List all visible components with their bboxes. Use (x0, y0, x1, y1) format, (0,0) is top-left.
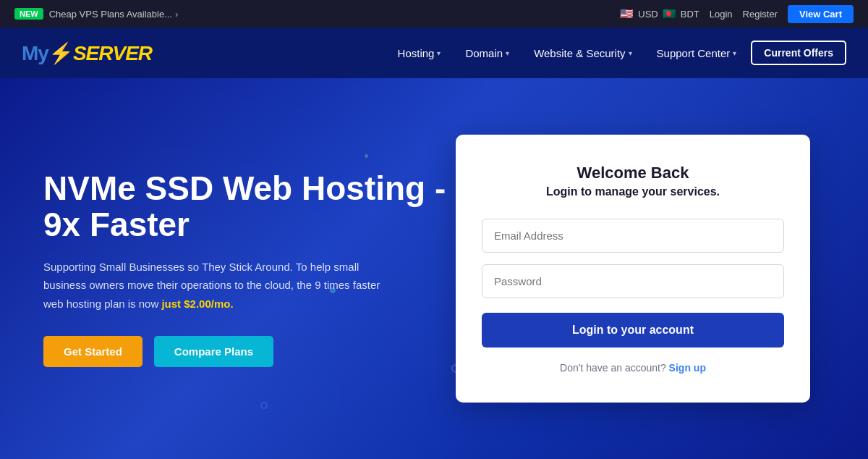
top-bar: NEW Cheap VPS Plans Available... › 🇺🇸 US… (0, 0, 868, 28)
view-cart-button[interactable]: View Cart (788, 5, 854, 23)
signup-link[interactable]: Sign up (669, 362, 706, 374)
chevron-down-icon: ▾ (506, 49, 509, 57)
compare-plans-button[interactable]: Compare Plans (154, 336, 273, 367)
hero-title: NVMe SSD Web Hosting - 9x Faster (43, 170, 448, 243)
nav-item-hosting[interactable]: Hosting ▾ (388, 41, 451, 65)
current-offers-button[interactable]: Current Offers (751, 41, 846, 65)
login-welcome-title: Welcome Back (482, 164, 784, 182)
chevron-down-icon: ▾ (437, 49, 441, 57)
email-field-group (482, 219, 784, 253)
hero-section: NVMe SSD Web Hosting - 9x Faster Support… (0, 78, 868, 459)
signup-prompt: Don't have an account? Sign up (482, 362, 784, 374)
lightning-icon: ⚡ (48, 42, 73, 64)
nav-links: Hosting ▾ Domain ▾ Website & Security ▾ … (388, 41, 846, 65)
decorative-dot-5 (365, 154, 368, 158)
hero-right-content: Welcome Back Login to manage your servic… (448, 135, 810, 403)
hero-left-content: NVMe SSD Web Hosting - 9x Faster Support… (43, 170, 448, 368)
chevron-down-icon: ▾ (733, 49, 736, 57)
logo-server: SERVER (73, 42, 152, 64)
new-badge: NEW (14, 8, 43, 20)
decorative-dot-4 (260, 402, 268, 409)
top-bar-left: NEW Cheap VPS Plans Available... › (14, 8, 178, 20)
promo-text[interactable]: Cheap VPS Plans Available... › (49, 9, 179, 20)
logo-y: y (38, 42, 48, 64)
flag-usd: 🇺🇸 (620, 7, 634, 20)
navbar: My⚡SERVER Hosting ▾ Domain ▾ Website & S… (0, 28, 868, 78)
logo[interactable]: My⚡SERVER (22, 41, 152, 65)
login-link[interactable]: Login (710, 9, 733, 20)
flag-bdt: 🇧🇩 (663, 7, 676, 20)
nav-item-domain[interactable]: Domain ▾ (455, 41, 519, 65)
password-input[interactable] (482, 264, 784, 298)
hero-buttons: Get Started Compare Plans (43, 336, 448, 367)
currency-bdt-label: BDT (681, 9, 699, 20)
logo-my: M (22, 42, 38, 64)
login-button[interactable]: Login to your account (482, 313, 784, 348)
hero-description: Supporting Small Businesses so They Stic… (43, 258, 391, 313)
get-started-button[interactable]: Get Started (43, 336, 142, 367)
currency-usd-label: USD (638, 9, 658, 20)
top-bar-right: 🇺🇸 USD 🇧🇩 BDT Login Register View Cart (620, 5, 854, 23)
register-link[interactable]: Register (743, 9, 778, 20)
hero-price-highlight: just $2.00/mo. (161, 298, 233, 310)
email-input[interactable] (482, 219, 784, 253)
nav-item-support[interactable]: Support Center ▾ (647, 41, 747, 65)
password-field-group (482, 264, 784, 298)
login-subtitle: Login to manage your services. (482, 185, 784, 198)
currency-selector[interactable]: 🇺🇸 USD 🇧🇩 BDT (620, 7, 699, 20)
chevron-down-icon: ▾ (629, 49, 632, 57)
nav-item-website-security[interactable]: Website & Security ▾ (524, 41, 642, 65)
login-card: Welcome Back Login to manage your servic… (456, 135, 810, 403)
